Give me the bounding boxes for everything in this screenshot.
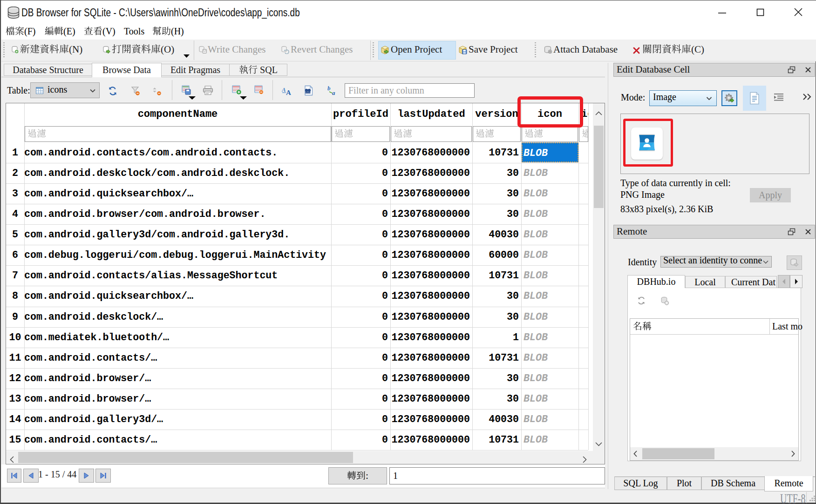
svg-text:b: b (327, 86, 331, 92)
svg-text:A: A (282, 86, 286, 93)
svg-text:a: a (332, 89, 335, 95)
svg-text:A: A (286, 89, 291, 95)
